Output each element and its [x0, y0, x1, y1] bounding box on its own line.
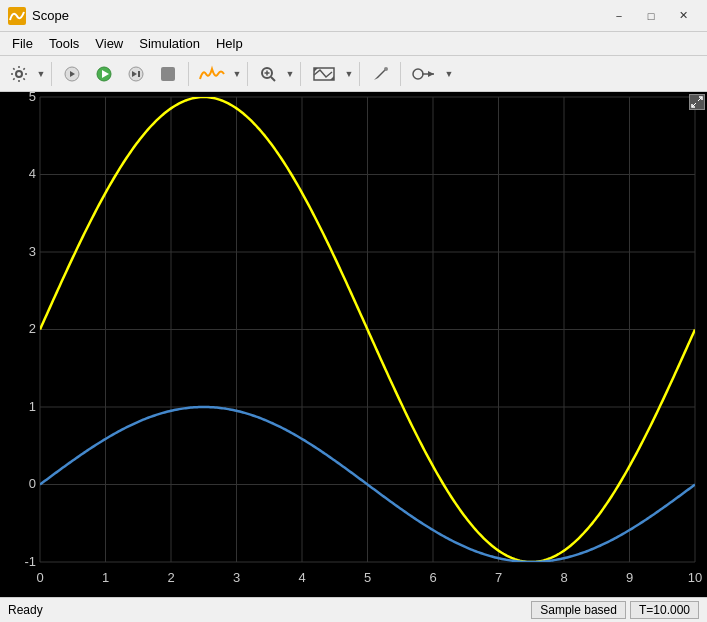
menu-help[interactable]: Help: [208, 34, 251, 53]
svg-point-1: [16, 71, 22, 77]
app-icon: [8, 7, 26, 25]
signal-button[interactable]: [194, 60, 230, 88]
playback-button[interactable]: [57, 60, 87, 88]
signal-arrow[interactable]: ▼: [232, 60, 242, 88]
svg-line-11: [271, 77, 275, 81]
sep1: [51, 62, 52, 86]
settings-button[interactable]: [4, 60, 34, 88]
menu-bar: File Tools View Simulation Help: [0, 32, 707, 56]
svg-text:5: 5: [29, 92, 36, 104]
sep6: [400, 62, 401, 86]
y-axis-labels: -1 0 1 2 3 4 5: [24, 92, 36, 569]
filter-arrow[interactable]: ▼: [444, 60, 454, 88]
svg-text:-1: -1: [24, 554, 36, 569]
svg-text:8: 8: [560, 570, 567, 585]
svg-rect-8: [138, 71, 140, 77]
sample-based-badge: Sample based: [531, 601, 626, 619]
settings-arrow[interactable]: ▼: [36, 60, 46, 88]
svg-text:9: 9: [626, 570, 633, 585]
fit-arrow[interactable]: ▼: [344, 60, 354, 88]
svg-text:1: 1: [102, 570, 109, 585]
zoom-in-button[interactable]: [253, 60, 283, 88]
minimize-button[interactable]: −: [603, 6, 635, 26]
menu-simulation[interactable]: Simulation: [131, 34, 208, 53]
svg-text:4: 4: [29, 166, 36, 181]
svg-text:2: 2: [167, 570, 174, 585]
x-axis-labels: 0 1 2 3 4 5 6 7 8 9 10: [36, 570, 702, 585]
status-right: Sample based T=10.000: [531, 601, 699, 619]
scope-plot: -1 0 1 2 3 4 5 0 1 2 3 4 5 6 7 8 9 10: [0, 92, 707, 597]
stop-button[interactable]: [153, 60, 183, 88]
status-text: Ready: [8, 603, 531, 617]
svg-text:5: 5: [364, 570, 371, 585]
menu-view[interactable]: View: [87, 34, 131, 53]
sep4: [300, 62, 301, 86]
svg-rect-9: [161, 67, 175, 81]
svg-text:7: 7: [495, 570, 502, 585]
sep5: [359, 62, 360, 86]
svg-text:3: 3: [233, 570, 240, 585]
status-bar: Ready Sample based T=10.000: [0, 597, 707, 621]
svg-point-18: [413, 69, 423, 79]
filter-button[interactable]: [406, 60, 442, 88]
menu-tools[interactable]: Tools: [41, 34, 87, 53]
svg-text:0: 0: [36, 570, 43, 585]
svg-text:0: 0: [29, 476, 36, 491]
svg-text:10: 10: [688, 570, 702, 585]
window-controls: − □ ✕: [603, 6, 699, 26]
step-button[interactable]: [121, 60, 151, 88]
svg-text:6: 6: [429, 570, 436, 585]
time-badge: T=10.000: [630, 601, 699, 619]
svg-text:1: 1: [29, 399, 36, 414]
svg-text:2: 2: [29, 321, 36, 336]
close-button[interactable]: ✕: [667, 6, 699, 26]
sep2: [188, 62, 189, 86]
window-title: Scope: [32, 8, 603, 23]
svg-point-17: [384, 67, 388, 71]
zoom-arrow[interactable]: ▼: [285, 60, 295, 88]
toolbar: ▼ ▼: [0, 56, 707, 92]
run-button[interactable]: [89, 60, 119, 88]
sep3: [247, 62, 248, 86]
style-button[interactable]: [365, 60, 395, 88]
svg-text:4: 4: [298, 570, 305, 585]
expand-button[interactable]: [689, 94, 705, 110]
title-bar: Scope − □ ✕: [0, 0, 707, 32]
maximize-button[interactable]: □: [635, 6, 667, 26]
svg-text:3: 3: [29, 244, 36, 259]
fit-axes-button[interactable]: [306, 60, 342, 88]
menu-file[interactable]: File: [4, 34, 41, 53]
plot-area[interactable]: -1 0 1 2 3 4 5 0 1 2 3 4 5 6 7 8 9 10: [0, 92, 707, 597]
